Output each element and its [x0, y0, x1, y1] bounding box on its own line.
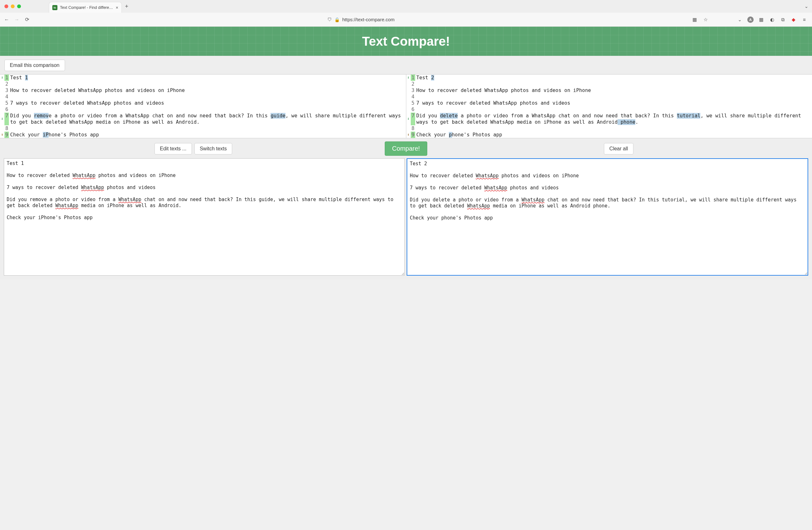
- diff-arrow-gutter: [0, 125, 4, 132]
- line-number: 8: [411, 125, 415, 132]
- diff-arrow-gutter: [0, 87, 4, 93]
- diff-arrow-gutter: [0, 106, 4, 113]
- browser-toolbar: ← → ⟳ ⛉ 🔒 https://text-compare.com ▦ ☆ ⌄…: [0, 13, 812, 27]
- diff-arrow-gutter: [0, 100, 4, 106]
- textarea-right[interactable]: Test 2How to recover deleted WhatsApp ph…: [407, 158, 808, 276]
- window-controls: [4, 4, 21, 8]
- diff-arrow-gutter: [406, 125, 411, 132]
- compare-button[interactable]: Compare!: [385, 142, 427, 156]
- extension-shield-icon[interactable]: ◆: [791, 16, 797, 23]
- pocket-icon[interactable]: ⌄: [737, 16, 743, 23]
- grid-apps-icon[interactable]: ▦: [692, 16, 698, 23]
- line-content: [415, 81, 812, 87]
- tab-strip: tc Text Compare! - Find differenc × + ⌄: [0, 0, 812, 13]
- tab-close-button[interactable]: ×: [116, 5, 118, 10]
- forward-button[interactable]: →: [13, 17, 20, 23]
- line-content: Check your phone's Photos app: [415, 132, 812, 138]
- line-number: 2: [4, 81, 9, 87]
- line-number: 9: [4, 132, 9, 138]
- diff-pane-left: ⬇1Test 123How to recover deleted WhatsAp…: [0, 75, 406, 138]
- line-content: [9, 106, 406, 113]
- diff-line: ⬆9Check your phone's Photos app: [406, 132, 812, 138]
- line-number: 7: [4, 113, 9, 125]
- line-number: 6: [411, 106, 415, 113]
- next-diff-arrow-icon[interactable]: ⬇: [0, 75, 4, 81]
- line-number: 1: [411, 75, 415, 81]
- bookmark-star-icon[interactable]: ☆: [702, 16, 709, 23]
- line-content: 7 ways to recover deleted WhatsApp photo…: [9, 100, 406, 106]
- back-button[interactable]: ←: [3, 17, 10, 23]
- line-content: Check your iPhone's Photos app: [9, 132, 406, 138]
- line-content: Did you delete a photo or video from a W…: [415, 113, 812, 125]
- hamburger-menu-button[interactable]: ≡: [801, 16, 808, 23]
- diff-line: ⬇7Did you remove a photo or video from a…: [0, 113, 406, 125]
- next-diff-arrow-icon[interactable]: ⬇: [406, 75, 411, 81]
- new-tab-button[interactable]: +: [125, 3, 129, 10]
- line-number: 4: [4, 93, 9, 100]
- tab-title: Text Compare! - Find differenc: [60, 5, 113, 10]
- browser-tab[interactable]: tc Text Compare! - Find differenc ×: [49, 2, 122, 13]
- diff-line: 3How to recover deleted WhatsApp photos …: [406, 87, 812, 93]
- diff-arrow-gutter: [0, 81, 4, 87]
- line-content: [415, 106, 812, 113]
- next-diff-arrow-icon[interactable]: ⬇: [406, 113, 411, 125]
- diff-line: 6: [406, 106, 812, 113]
- page-header: Text Compare!: [0, 27, 812, 56]
- email-comparison-button[interactable]: Email this comparison: [4, 60, 65, 71]
- line-content: [9, 81, 406, 87]
- line-content: 7 ways to recover deleted WhatsApp photo…: [415, 100, 812, 106]
- diff-arrow-gutter: [406, 87, 411, 93]
- toolbar-right-icons: ▦ ☆ ⌄ A ▦ ◐ ⧉ ◆ ≡: [692, 16, 809, 23]
- diff-line: ⬇7Did you delete a photo or video from a…: [406, 113, 812, 125]
- diff-line: 2: [406, 81, 812, 87]
- prev-diff-arrow-icon[interactable]: ⬆: [0, 132, 4, 138]
- extension-grid-icon[interactable]: ▦: [758, 16, 765, 23]
- line-content: [415, 125, 812, 132]
- page-title: Text Compare!: [362, 34, 450, 48]
- tabs-dropdown-button[interactable]: ⌄: [803, 3, 810, 10]
- diff-line: 57 ways to recover deleted WhatsApp phot…: [0, 100, 406, 106]
- line-number: 4: [411, 93, 415, 100]
- favicon-icon: tc: [52, 5, 57, 10]
- url-bar[interactable]: ⛉ 🔒 https://text-compare.com: [34, 17, 688, 22]
- line-number: 5: [4, 100, 9, 106]
- line-number: 1: [4, 75, 9, 81]
- line-content: [415, 93, 812, 100]
- diff-line: ⬇1Test 1: [0, 75, 406, 81]
- window-minimize-button[interactable]: [11, 4, 15, 8]
- line-number: 7: [411, 113, 415, 125]
- tracking-shield-icon[interactable]: ⛉: [327, 17, 332, 22]
- line-number: 3: [4, 87, 9, 93]
- prev-diff-arrow-icon[interactable]: ⬆: [406, 132, 411, 138]
- line-content: Did you remove a photo or video from a W…: [9, 113, 406, 125]
- line-number: 2: [411, 81, 415, 87]
- diff-line: 4: [0, 93, 406, 100]
- line-content: Test 2: [415, 75, 812, 81]
- diff-line: ⬆9Check your iPhone's Photos app: [0, 132, 406, 138]
- line-content: How to recover deleted WhatsApp photos a…: [415, 87, 812, 93]
- window-zoom-button[interactable]: [17, 4, 21, 8]
- diff-line: 4: [406, 93, 812, 100]
- textarea-left[interactable]: Test 1How to recover deleted WhatsApp ph…: [4, 158, 405, 276]
- clear-all-button[interactable]: Clear all: [604, 143, 634, 154]
- line-content: Test 1: [9, 75, 406, 81]
- line-number: 8: [4, 125, 9, 132]
- reload-button[interactable]: ⟳: [24, 16, 30, 23]
- switch-texts-button[interactable]: Switch texts: [194, 143, 232, 154]
- extensions-icon[interactable]: ⧉: [780, 16, 786, 23]
- line-content: How to recover deleted WhatsApp photos a…: [9, 87, 406, 93]
- edit-texts-button[interactable]: Edit texts ...: [155, 143, 192, 154]
- extension-a-icon[interactable]: A: [747, 16, 754, 23]
- diff-pane-right: ⬇1Test 223How to recover deleted WhatsAp…: [406, 75, 812, 138]
- diff-line: 57 ways to recover deleted WhatsApp phot…: [406, 100, 812, 106]
- diff-line: 8: [0, 125, 406, 132]
- diff-line: 3How to recover deleted WhatsApp photos …: [0, 87, 406, 93]
- diff-line: 6: [0, 106, 406, 113]
- window-close-button[interactable]: [4, 4, 8, 8]
- extension-circle-icon[interactable]: ◐: [769, 16, 775, 23]
- browser-chrome: tc Text Compare! - Find differenc × + ⌄ …: [0, 0, 812, 27]
- line-content: [9, 93, 406, 100]
- line-number: 3: [411, 87, 415, 93]
- diff-arrow-gutter: [406, 81, 411, 87]
- next-diff-arrow-icon[interactable]: ⬇: [0, 113, 4, 125]
